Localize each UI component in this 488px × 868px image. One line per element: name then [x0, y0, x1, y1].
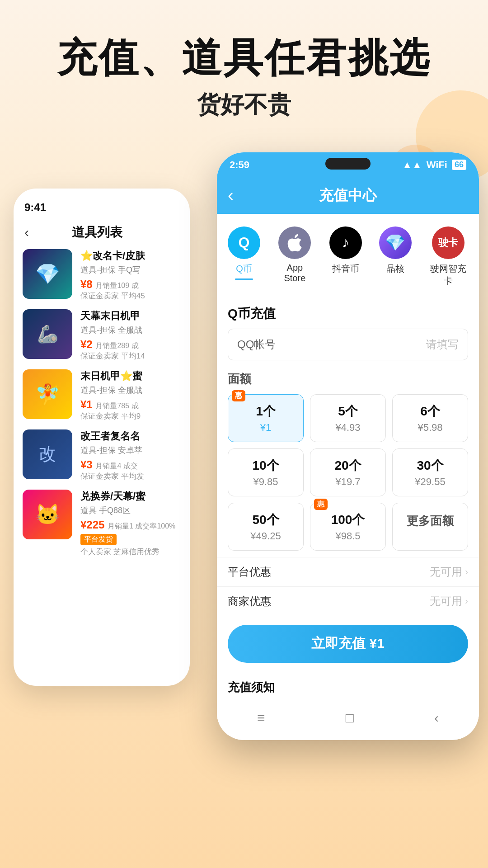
denom-qty: 100个 [315, 511, 381, 528]
denom-item-more[interactable]: 更多面额 [392, 503, 468, 551]
crystal-icon: 💎 [379, 226, 412, 259]
denom-item-5[interactable]: 5个 ¥4.93 [310, 394, 386, 442]
merchant-discount-row[interactable]: 商家优惠 无可用 › [217, 586, 479, 616]
cat-label-junka: 驶网智充卡 [427, 263, 470, 287]
wifi-icon: WiFi [427, 159, 447, 171]
category-item-appstore[interactable]: App Store [276, 226, 314, 287]
bottom-nav-back[interactable]: ‹ [434, 710, 439, 726]
denom-qty: 30个 [397, 457, 463, 474]
merchant-discount-label: 商家优惠 [228, 594, 271, 609]
item-price: ¥8 月销量109 成 [80, 278, 181, 291]
back-phone-nav: ‹ 道具列表 [14, 219, 190, 249]
denom-price: ¥5.98 [397, 422, 463, 434]
item-name: 天幕末日机甲 [80, 309, 181, 323]
item-desc: 道具-担保 全服战 [80, 385, 181, 396]
list-item[interactable]: 🧚 末日机甲⭐蜜 道具-担保 全服战 ¥1 月销量785 成 保证金卖家 平均9 [23, 369, 181, 421]
cat-label-qq: Q币 [236, 263, 252, 275]
section-title: Q币充值 [217, 296, 479, 329]
item-desc: 道具-担保 手Q写 [80, 264, 181, 275]
category-item-tiktok[interactable]: ♪ 抖音币 [328, 226, 364, 287]
denom-price: ¥49.25 [233, 530, 299, 542]
denom-qty: 6个 [397, 403, 463, 420]
item-seller: 保证金卖家 平均9 [80, 411, 181, 421]
front-nav-title: 充值中心 [319, 186, 377, 206]
item-price: ¥2 月销量289 成 [80, 338, 181, 351]
denom-item-100[interactable]: 惠 100个 ¥98.5 [310, 503, 386, 551]
item-name: 兑换券/天幕/蜜 [80, 490, 181, 503]
platform-badge: 平台发货 [80, 534, 117, 545]
item-name: 改王者复名名 [80, 429, 181, 443]
category-item-crystal[interactable]: 💎 晶核 [377, 226, 413, 287]
item-seller: 个人卖家 芝麻信用优秀 [80, 547, 181, 557]
list-item[interactable]: 🐱 兑换券/天幕/蜜 道具 手Q88区 ¥225 月销量1 成交率100% 平台… [23, 490, 181, 557]
item-desc: 道具 手Q88区 [80, 505, 181, 516]
chevron-right-icon: › [465, 596, 468, 606]
item-info: 兑换券/天幕/蜜 道具 手Q88区 ¥225 月销量1 成交率100% 平台发货… [80, 490, 181, 557]
item-info: 改王者复名名 道具-担保 安卓苹 ¥3 月销量4 成交 保证金卖家 平均发 [80, 429, 181, 481]
tiktok-icon: ♪ [329, 226, 362, 259]
list-item[interactable]: 🦾 天幕末日机甲 道具-担保 全服战 ¥2 月销量289 成 保证金卖家 平均1… [23, 309, 181, 361]
denom-qty: 50个 [233, 511, 299, 528]
back-phone-status: 9:41 [14, 189, 190, 219]
battery-icon: 66 [452, 160, 466, 170]
category-item-qb[interactable]: Q Q币 [226, 226, 262, 287]
front-status-bar: 2:59 ▲▲ WiFi 66 [217, 152, 479, 178]
qq-icon: Q [228, 226, 260, 259]
phones-container: 9:41 ‹ 道具列表 💎 ⭐改名卡/皮肤 道具-担保 手Q写 ¥8 月销量10… [0, 152, 488, 754]
chevron-right-icon: › [465, 566, 468, 577]
denom-item-1[interactable]: 惠 1个 ¥1 [228, 394, 304, 442]
bottom-nav: ≡ □ ‹ [217, 700, 479, 736]
account-placeholder: 请填写 [426, 337, 459, 352]
cat-label-tiktok: 抖音币 [332, 263, 359, 275]
account-row[interactable]: QQ帐号 请填写 [228, 329, 468, 360]
front-status-icons: ▲▲ WiFi 66 [402, 159, 466, 171]
item-image: 🧚 [23, 369, 72, 419]
denom-item-50[interactable]: 50个 ¥49.25 [228, 503, 304, 551]
item-image: 改 [23, 429, 72, 479]
denom-price: ¥1 [233, 422, 299, 434]
hui-badge: 惠 [314, 499, 328, 510]
back-phone-back-btn[interactable]: ‹ [24, 225, 29, 240]
platform-discount-row[interactable]: 平台优惠 无可用 › [217, 557, 479, 586]
denom-price: ¥19.7 [315, 476, 381, 488]
front-phone: 2:59 ▲▲ WiFi 66 ‹ 充值中心 Q Q币 [217, 152, 479, 740]
denom-qty: 5个 [315, 403, 381, 420]
denom-item-6[interactable]: 6个 ¥5.98 [392, 394, 468, 442]
front-status-time: 2:59 [230, 159, 249, 171]
denom-qty: 10个 [233, 457, 299, 474]
item-seller: 保证金卖家 平均45 [80, 291, 181, 301]
merchant-discount-value: 无可用 › [430, 594, 468, 609]
account-label: QQ帐号 [237, 337, 426, 352]
cat-label-appstore: App Store [276, 263, 314, 283]
item-price: ¥1 月销量785 成 [80, 398, 181, 411]
junka-icon: 驶卡 [432, 226, 465, 259]
bottom-nav-home[interactable]: □ [346, 710, 354, 726]
item-name: 末日机甲⭐蜜 [80, 369, 181, 383]
active-underline [235, 278, 253, 280]
denom-price: ¥4.93 [315, 422, 381, 434]
front-notch [325, 158, 371, 170]
list-item[interactable]: 💎 ⭐改名卡/皮肤 道具-担保 手Q写 ¥8 月销量109 成 保证金卖家 平均… [23, 249, 181, 301]
charge-button-label: 立即充值 ¥1 [311, 634, 385, 653]
category-item-junka[interactable]: 驶卡 驶网智充卡 [427, 226, 470, 287]
denom-item-30[interactable]: 30个 ¥29.55 [392, 448, 468, 496]
back-phone-nav-title: 道具列表 [72, 224, 122, 241]
item-price: ¥3 月销量4 成交 [80, 458, 181, 471]
platform-discount-label: 平台优惠 [228, 565, 271, 579]
list-item[interactable]: 改 改王者复名名 道具-担保 安卓苹 ¥3 月销量4 成交 保证金卖家 平均发 [23, 429, 181, 481]
cat-label-crystal: 晶核 [386, 263, 404, 275]
denom-qty: 20个 [315, 457, 381, 474]
item-name: ⭐改名卡/皮肤 [80, 249, 181, 263]
front-phone-inner: 2:59 ▲▲ WiFi 66 ‹ 充值中心 Q Q币 [217, 152, 479, 740]
front-back-btn[interactable]: ‹ [228, 186, 234, 205]
item-desc: 道具-担保 安卓苹 [80, 445, 181, 456]
charge-button[interactable]: 立即充值 ¥1 [228, 625, 468, 663]
denom-item-10[interactable]: 10个 ¥9.85 [228, 448, 304, 496]
notice-title: 充值须知 [217, 672, 479, 700]
bottom-nav-menu[interactable]: ≡ [257, 710, 265, 726]
item-seller: 保证金卖家 平均14 [80, 351, 181, 361]
item-price: ¥225 月销量1 成交率100% [80, 519, 181, 531]
item-image: 🐱 [23, 490, 72, 539]
item-list: 💎 ⭐改名卡/皮肤 道具-担保 手Q写 ¥8 月销量109 成 保证金卖家 平均… [14, 249, 190, 557]
denom-item-20[interactable]: 20个 ¥19.7 [310, 448, 386, 496]
